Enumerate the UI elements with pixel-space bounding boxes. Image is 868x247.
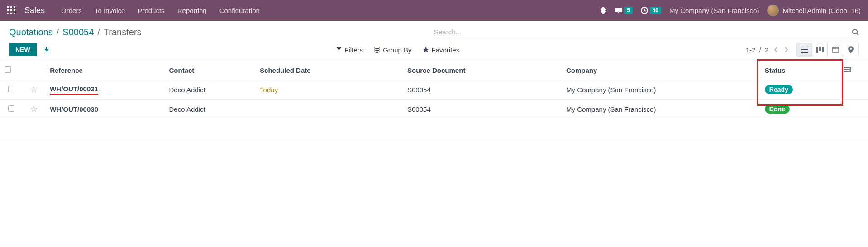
svg-rect-4 <box>10 10 12 11</box>
pager-prev-icon[interactable] <box>772 46 780 54</box>
app-brand[interactable]: Sales <box>24 6 45 15</box>
debug-icon[interactable] <box>600 7 607 14</box>
th-company[interactable]: Company <box>562 61 760 80</box>
pager-total: 2 <box>765 46 768 54</box>
view-calendar-icon[interactable] <box>828 43 843 57</box>
svg-rect-17 <box>822 47 824 52</box>
user-menu[interactable]: Mitchell Admin (Odoo_16) <box>767 5 861 16</box>
new-button[interactable]: NEW <box>9 43 37 56</box>
th-checkbox <box>0 61 23 80</box>
breadcrumb-order[interactable]: S00054 <box>62 27 94 38</box>
cp-right: 1-2 / 2 <box>746 43 859 57</box>
nav-item-orders[interactable]: Orders <box>61 7 82 14</box>
view-map-icon[interactable] <box>843 43 858 57</box>
svg-rect-3 <box>7 10 9 11</box>
svg-rect-5 <box>14 10 15 11</box>
nav-item-to-invoice[interactable]: To Invoice <box>95 7 125 14</box>
cp-top: Quotations / S00054 / Transfers <box>9 26 859 38</box>
svg-rect-16 <box>819 47 821 51</box>
nav-item-configuration[interactable]: Configuration <box>219 7 260 14</box>
table-header-row: Reference Contact Scheduled Date Source … <box>0 61 868 80</box>
pager-next-icon[interactable] <box>782 46 790 54</box>
list-view: Reference Contact Scheduled Date Source … <box>0 61 868 138</box>
groupby-button[interactable]: Group By <box>374 46 411 54</box>
th-scheduled[interactable]: Scheduled Date <box>255 61 403 80</box>
svg-rect-2 <box>14 6 15 8</box>
svg-rect-8 <box>14 13 15 14</box>
breadcrumb-sep: / <box>97 27 100 38</box>
th-reference[interactable]: Reference <box>45 61 164 80</box>
breadcrumb-quotations[interactable]: Quotations <box>9 27 53 38</box>
svg-point-25 <box>850 67 851 68</box>
activities-badge: 40 <box>650 7 661 14</box>
search-bar[interactable] <box>434 26 859 38</box>
cell-source: S00054 <box>403 80 562 100</box>
breadcrumb: Quotations / S00054 / Transfers <box>9 27 142 38</box>
cell-scheduled: Today <box>260 86 278 94</box>
avatar <box>767 5 779 16</box>
status-badge: Done <box>765 104 790 114</box>
star-icon[interactable]: ☆ <box>30 104 38 114</box>
th-status[interactable]: Status <box>760 61 840 80</box>
svg-rect-13 <box>801 49 808 50</box>
navbar-left: Sales Orders To Invoice Products Reporti… <box>7 6 260 15</box>
import-icon[interactable] <box>43 46 50 53</box>
company-switcher[interactable]: My Company (San Francisco) <box>669 7 759 14</box>
pager: 1-2 / 2 <box>746 46 790 54</box>
cell-reference[interactable]: WH/OUT/00030 <box>50 105 98 113</box>
svg-rect-0 <box>7 6 9 8</box>
breadcrumb-sep: / <box>57 27 59 38</box>
th-star <box>23 61 45 80</box>
table-row[interactable]: ☆WH/OUT/00030Deco AddictS00054My Company… <box>0 100 868 119</box>
svg-point-26 <box>850 69 851 70</box>
username: Mitchell Admin (Odoo_16) <box>782 7 861 14</box>
svg-rect-15 <box>816 47 818 53</box>
transfers-table: Reference Contact Scheduled Date Source … <box>0 61 868 138</box>
svg-rect-12 <box>801 47 808 48</box>
th-status-label: Status <box>765 66 786 74</box>
svg-point-27 <box>850 71 851 72</box>
cp-bottom: NEW Filters Group By Favorites 1-2 / 2 <box>9 43 859 57</box>
search-icon[interactable] <box>852 28 859 36</box>
cp-center: Filters Group By Favorites <box>336 46 459 54</box>
control-panel: Quotations / S00054 / Transfers NEW Filt… <box>0 21 868 61</box>
nav-item-products[interactable]: Products <box>138 7 164 14</box>
svg-rect-1 <box>10 6 12 8</box>
cell-reference[interactable]: WH/OUT/00031 <box>50 85 98 95</box>
favorites-button[interactable]: Favorites <box>423 46 460 54</box>
th-contact[interactable]: Contact <box>165 61 256 80</box>
search-input[interactable] <box>434 28 852 36</box>
svg-point-10 <box>853 29 857 34</box>
th-source[interactable]: Source Document <box>403 61 562 80</box>
view-kanban-icon[interactable] <box>812 43 828 57</box>
select-all-checkbox[interactable] <box>5 66 11 73</box>
filters-button[interactable]: Filters <box>336 46 363 54</box>
expand-columns-icon[interactable] <box>844 66 851 73</box>
star-icon[interactable]: ☆ <box>30 85 38 94</box>
cell-company: My Company (San Francisco) <box>562 100 760 119</box>
cell-company: My Company (San Francisco) <box>562 80 760 100</box>
messages-icon[interactable]: 5 <box>615 7 633 14</box>
view-switcher <box>796 43 859 57</box>
nav-item-reporting[interactable]: Reporting <box>177 7 207 14</box>
cell-source: S00054 <box>403 100 562 119</box>
row-checkbox[interactable] <box>8 105 14 112</box>
navbar-right: 5 40 My Company (San Francisco) Mitchell… <box>600 5 861 16</box>
activities-icon[interactable]: 40 <box>641 7 661 14</box>
groupby-label: Group By <box>383 46 411 54</box>
table-row[interactable]: ☆WH/OUT/00031Deco AddictTodayS00054My Co… <box>0 80 868 100</box>
nav-menu: Orders To Invoice Products Reporting Con… <box>61 7 260 14</box>
pager-sep: / <box>759 46 761 54</box>
apps-icon[interactable] <box>7 6 15 14</box>
svg-rect-7 <box>10 13 12 14</box>
status-badge: Ready <box>765 85 793 94</box>
table-footer <box>0 119 868 138</box>
row-checkbox[interactable] <box>8 86 14 92</box>
cell-contact: Deco Addict <box>165 80 256 100</box>
filters-label: Filters <box>344 46 363 54</box>
pager-range[interactable]: 1-2 <box>746 46 756 54</box>
top-navbar: Sales Orders To Invoice Products Reporti… <box>0 0 868 21</box>
svg-rect-18 <box>832 48 839 52</box>
svg-rect-6 <box>7 13 9 14</box>
view-list-icon[interactable] <box>797 43 812 57</box>
